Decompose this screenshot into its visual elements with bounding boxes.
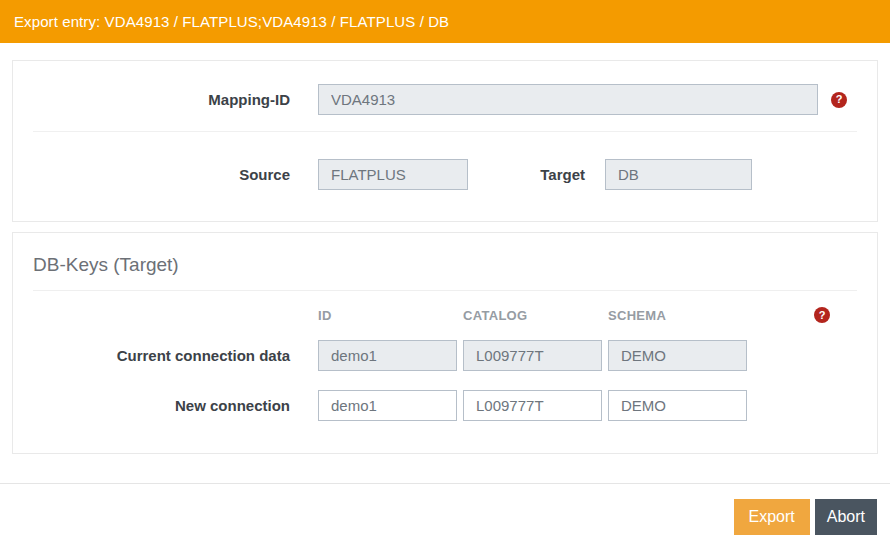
abort-button[interactable]: Abort — [815, 499, 877, 535]
mapping-help-icon[interactable]: ? — [831, 92, 847, 108]
export-button[interactable]: Export — [734, 499, 810, 535]
mapping-id-input — [318, 84, 818, 115]
db-keys-panel: DB-Keys (Target) ID CATALOG SCHEMA ? Cur… — [12, 232, 878, 454]
column-header-id: ID — [318, 308, 457, 323]
form-divider — [33, 131, 857, 132]
current-connection-row: Current connection data — [33, 340, 857, 371]
mapping-panel: Mapping-ID ? Source Target — [12, 60, 878, 222]
new-connection-catalog-input[interactable] — [463, 390, 602, 421]
mapping-id-row: Mapping-ID ? — [33, 84, 857, 115]
source-label: Source — [33, 166, 290, 183]
page-title: Export entry: VDA4913 / FLATPLUS;VDA4913… — [14, 13, 449, 30]
db-keys-help-icon[interactable]: ? — [814, 307, 830, 323]
column-header-schema: SCHEMA — [608, 308, 747, 323]
source-target-row: Source Target — [33, 159, 857, 190]
window-title-bar: Export entry: VDA4913 / FLATPLUS;VDA4913… — [0, 0, 890, 43]
new-connection-schema-input[interactable] — [608, 390, 747, 421]
db-keys-title: DB-Keys (Target) — [33, 233, 857, 290]
column-header-catalog: CATALOG — [463, 308, 602, 323]
db-keys-column-headers: ID CATALOG SCHEMA ? — [33, 307, 857, 323]
new-connection-label: New connection — [33, 397, 290, 414]
current-connection-catalog-input — [463, 340, 602, 371]
footer-button-bar: Export Abort — [0, 484, 890, 535]
new-connection-row: New connection — [33, 390, 857, 421]
target-input — [605, 159, 752, 190]
section-divider — [33, 290, 857, 291]
new-connection-id-input[interactable] — [318, 390, 457, 421]
mapping-id-label: Mapping-ID — [33, 91, 290, 108]
current-connection-label: Current connection data — [33, 347, 290, 364]
current-connection-schema-input — [608, 340, 747, 371]
source-input — [318, 159, 468, 190]
target-label: Target — [468, 166, 585, 183]
current-connection-id-input — [318, 340, 457, 371]
